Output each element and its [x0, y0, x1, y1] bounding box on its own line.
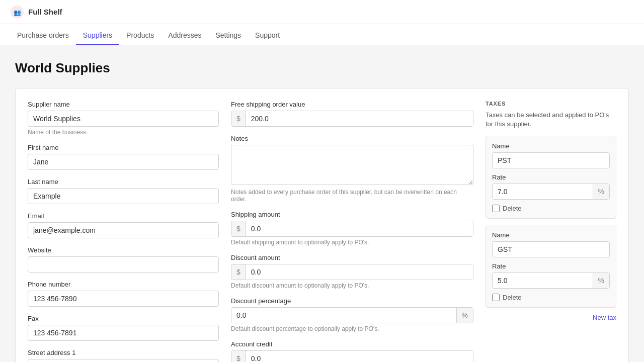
email-label: Email — [28, 212, 219, 220]
svg-text:👥: 👥 — [14, 9, 21, 16]
website-label: Website — [28, 246, 219, 254]
pst-delete-row: Delete — [492, 205, 610, 212]
fax-label: Fax — [28, 315, 219, 322]
taxes-header: TAXES — [486, 101, 616, 107]
discount-input[interactable] — [246, 264, 473, 280]
first-name-input[interactable] — [28, 154, 219, 170]
pst-name-input[interactable] — [492, 152, 610, 168]
pst-rate-label: Rate — [492, 173, 610, 181]
notes-textarea[interactable] — [231, 145, 473, 185]
tab-settings[interactable]: Settings — [209, 26, 249, 45]
supplier-name-input[interactable] — [28, 111, 219, 127]
first-name-label: First name — [28, 144, 219, 151]
gst-rate-suffix: % — [593, 273, 609, 288]
pst-rate-input[interactable] — [493, 184, 593, 199]
fax-input[interactable] — [28, 325, 219, 341]
street1-group: Street address 1 — [28, 349, 219, 362]
gst-name-input[interactable] — [492, 241, 610, 257]
pst-delete-checkbox[interactable] — [492, 205, 500, 212]
supplier-name-hint: Name of the business. — [28, 129, 219, 136]
taxes-desc: Taxes can be selected and applied to PO'… — [486, 111, 616, 129]
shipping-hint: Default shipping amount to optionally ap… — [231, 239, 473, 246]
tab-products[interactable]: Products — [119, 26, 161, 45]
page-title: World Supplies — [15, 60, 629, 76]
left-column: Supplier name Name of the business. Firs… — [28, 101, 219, 362]
pst-name-group: Name — [492, 142, 610, 168]
website-input[interactable] — [28, 256, 219, 273]
discount-pct-input[interactable] — [231, 308, 456, 323]
shipping-amount-group: Shipping amount $ Default shipping amoun… — [231, 211, 473, 246]
discount-amount-label: Discount amount — [231, 254, 473, 261]
notes-group: Notes Notes added to every purchase orde… — [231, 135, 473, 203]
email-input[interactable] — [28, 222, 219, 238]
free-shipping-label: Free shipping order value — [231, 101, 473, 108]
account-credit-input-wrapper: $ — [231, 350, 473, 362]
last-name-group: Last name — [28, 178, 219, 204]
tab-support[interactable]: Support — [248, 26, 287, 45]
shipping-input-wrapper: $ — [231, 221, 473, 237]
middle-column: Free shipping order value $ Notes Notes … — [231, 101, 473, 362]
free-shipping-input[interactable] — [246, 111, 473, 126]
pst-delete-label: Delete — [503, 205, 522, 212]
supplier-name-group: Supplier name Name of the business. — [28, 101, 219, 136]
shipping-amount-label: Shipping amount — [231, 211, 473, 218]
street1-input[interactable] — [28, 359, 219, 362]
pst-rate-suffix: % — [593, 184, 609, 199]
last-name-label: Last name — [28, 178, 219, 186]
gst-delete-row: Delete — [492, 294, 610, 301]
gst-name-label: Name — [492, 231, 610, 239]
tab-suppliers[interactable]: Suppliers — [76, 26, 119, 45]
gst-delete-checkbox[interactable] — [492, 294, 500, 301]
phone-input[interactable] — [28, 291, 219, 307]
taxes-column: TAXES Taxes can be selected and applied … — [486, 101, 616, 362]
discount-hint: Default discount amount to optionally ap… — [231, 282, 473, 289]
free-shipping-group: Free shipping order value $ — [231, 101, 473, 127]
street1-label: Street address 1 — [28, 349, 219, 356]
free-shipping-prefix: $ — [231, 111, 246, 126]
tax-item-gst: Name Rate % Delete — [486, 225, 616, 308]
last-name-input[interactable] — [28, 188, 219, 204]
discount-pct-hint: Default discount percentage to optionall… — [231, 325, 473, 332]
gst-rate-wrapper: % — [492, 273, 610, 289]
free-shipping-input-wrapper: $ — [231, 111, 473, 127]
phone-group: Phone number — [28, 281, 219, 307]
first-name-group: First name — [28, 144, 219, 170]
shipping-prefix: $ — [231, 221, 246, 236]
email-group: Email — [28, 212, 219, 238]
notes-label: Notes — [231, 135, 473, 142]
shipping-input[interactable] — [246, 221, 473, 236]
discount-pct-label: Discount percentage — [231, 297, 473, 305]
tab-purchase-orders[interactable]: Purchase orders — [10, 26, 76, 45]
discount-pct-input-wrapper: % — [231, 307, 473, 323]
tax-item-pst: Name Rate % Delete — [486, 136, 616, 219]
top-bar: 👥 Full Shelf — [0, 0, 644, 24]
main-card: Supplier name Name of the business. Firs… — [15, 88, 629, 362]
nav-tabs: Purchase orders Suppliers Products Addre… — [0, 24, 644, 45]
account-credit-label: Account credit — [231, 340, 473, 348]
discount-pct-group: Discount percentage % Default discount p… — [231, 297, 473, 332]
notes-hint: Notes added to every purchase order of t… — [231, 189, 473, 203]
app-title: Full Shelf — [28, 8, 62, 16]
account-credit-prefix: $ — [231, 351, 246, 362]
logo-area: 👥 Full Shelf — [10, 5, 62, 19]
new-tax-link[interactable]: New tax — [486, 314, 616, 321]
page-content: World Supplies Supplier name Name of the… — [0, 45, 644, 362]
pst-rate-group: Rate % — [492, 173, 610, 200]
phone-label: Phone number — [28, 281, 219, 288]
discount-pct-suffix: % — [456, 308, 473, 323]
gst-delete-label: Delete — [503, 294, 522, 301]
pst-name-label: Name — [492, 142, 610, 150]
pst-rate-wrapper: % — [492, 184, 610, 200]
gst-rate-group: Rate % — [492, 262, 610, 289]
discount-amount-group: Discount amount $ Default discount amoun… — [231, 254, 473, 289]
website-group: Website — [28, 246, 219, 273]
tab-addresses[interactable]: Addresses — [161, 26, 208, 45]
logo-icon: 👥 — [10, 5, 24, 19]
gst-rate-input[interactable] — [493, 273, 593, 288]
discount-prefix: $ — [231, 264, 246, 280]
gst-name-group: Name — [492, 231, 610, 257]
discount-input-wrapper: $ — [231, 264, 473, 280]
account-credit-group: Account credit $ A credit that you may h… — [231, 340, 473, 362]
account-credit-input[interactable] — [246, 351, 473, 362]
gst-rate-label: Rate — [492, 262, 610, 270]
